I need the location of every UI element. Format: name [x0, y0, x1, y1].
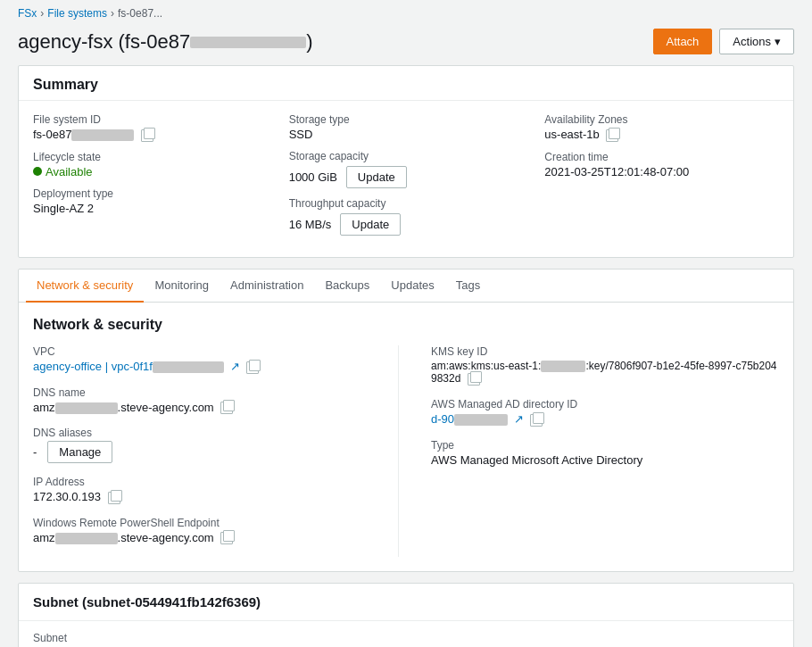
- page-header: agency-fsx (fs-0e87 ) Attach Actions ▾: [0, 23, 812, 65]
- winep-blurred: [55, 533, 118, 544]
- deployment-type-field: Deployment type Single-AZ 2: [33, 187, 268, 215]
- subnet-card: Subnet (subnet-0544941fb142f6369) Subnet…: [18, 583, 794, 647]
- main-tabs-card: Network & security Monitoring Administra…: [18, 269, 794, 572]
- vpc-blurred: [153, 361, 224, 373]
- ip-address-field: IP Address 172.30.0.193: [33, 476, 380, 504]
- az-value: us-east-1b: [544, 128, 779, 142]
- throughput-update-button[interactable]: Update: [340, 213, 401, 236]
- ip-copy-icon[interactable]: [108, 492, 120, 504]
- tab-updates[interactable]: Updates: [380, 270, 444, 303]
- kms-copy-icon[interactable]: [468, 373, 480, 386]
- windows-endpoint-value: amz .steve-agency.com: [33, 531, 380, 545]
- creation-time-field: Creation time 2021-03-25T12:01:48-07:00: [544, 151, 779, 178]
- ip-address-value: 172.30.0.193: [33, 490, 380, 504]
- managed-ad-field: AWS Managed AD directory ID d-90 ↗: [431, 398, 779, 427]
- subnet-header: Subnet (subnet-0544941fb142f6369): [19, 584, 793, 621]
- managed-ad-value: d-90 ↗: [431, 412, 779, 427]
- storage-type-field: Storage type SSD: [289, 113, 524, 141]
- dns-name-value: amz .steve-agency.com: [33, 401, 380, 415]
- az-field: Availability Zones us-east-1b: [544, 113, 779, 142]
- breadcrumb-filesystems[interactable]: File systems: [47, 7, 107, 20]
- lifecycle-value: Available: [33, 165, 268, 178]
- summary-grid: File system ID fs-0e87 Lifecycle state A…: [33, 113, 779, 245]
- breadcrumb-current: fs-0e87...: [118, 7, 162, 20]
- throughput-field: Throughput capacity 16 MB/s Update: [289, 197, 524, 236]
- kms-key-value: am:aws:kms:us-east-1: :key/7806f907-b1e2…: [431, 360, 779, 386]
- dns-aliases-field: DNS aliases - Manage: [33, 427, 380, 463]
- vpc-external-icon[interactable]: ↗: [230, 360, 240, 373]
- actions-button[interactable]: Actions ▾: [719, 29, 794, 54]
- fsid-blurred: [71, 129, 134, 141]
- kms-blurred: [541, 361, 585, 372]
- file-system-id-value: fs-0e87: [33, 128, 268, 142]
- ad-blurred: [454, 414, 508, 426]
- network-right: KMS key ID am:aws:kms:us-east-1: :key/78…: [413, 345, 779, 557]
- breadcrumb: FSx › File systems › fs-0e87...: [0, 0, 812, 23]
- storage-capacity-row: 1000 GiB Update: [289, 166, 524, 188]
- page-title: agency-fsx (fs-0e87 ): [18, 30, 313, 54]
- summary-card: Summary File system ID fs-0e87 Lifecycle…: [18, 65, 794, 258]
- vpc-copy-icon[interactable]: [246, 361, 259, 374]
- file-system-id-field: File system ID fs-0e87: [33, 113, 268, 142]
- managed-ad-link[interactable]: d-90: [431, 412, 454, 426]
- chevron-down-icon: ▾: [775, 35, 781, 48]
- subnet-body: Subnet Agency public subnet 1 | subnet-0…: [19, 621, 793, 647]
- copy-icon[interactable]: [141, 129, 153, 142]
- tab-monitoring[interactable]: Monitoring: [144, 270, 220, 303]
- title-blurred: [190, 37, 306, 48]
- throughput-row: 16 MB/s Update: [289, 213, 524, 236]
- summary-col-3: Availability Zones us-east-1b Creation t…: [544, 113, 779, 245]
- status-available: Available: [33, 165, 268, 178]
- storage-capacity-field: Storage capacity 1000 GiB Update: [289, 150, 524, 188]
- az-copy-icon[interactable]: [606, 129, 618, 142]
- tab-backups[interactable]: Backups: [314, 270, 380, 303]
- summary-body: File system ID fs-0e87 Lifecycle state A…: [19, 101, 793, 257]
- type-field: Type AWS Managed Microsoft Active Direct…: [431, 439, 779, 467]
- ad-external-icon[interactable]: ↗: [514, 412, 524, 426]
- winep-copy-icon[interactable]: [220, 532, 233, 544]
- tabs-nav: Network & security Monitoring Administra…: [19, 270, 793, 303]
- summary-col-1: File system ID fs-0e87 Lifecycle state A…: [33, 113, 268, 245]
- attach-button[interactable]: Attach: [653, 29, 713, 54]
- tab-administration[interactable]: Administration: [220, 270, 314, 303]
- summary-header: Summary: [19, 66, 793, 101]
- status-dot: [33, 167, 42, 176]
- tab-tags[interactable]: Tags: [445, 270, 491, 303]
- network-left: VPC agency-office | vpc-0f1f ↗ DNS name …: [33, 345, 399, 557]
- dns-name-field: DNS name amz .steve-agency.com: [33, 386, 380, 415]
- breadcrumb-fsx[interactable]: FSx: [18, 7, 37, 20]
- windows-endpoint-field: Windows Remote PowerShell Endpoint amz .…: [33, 517, 380, 545]
- ad-copy-icon[interactable]: [530, 414, 543, 427]
- manage-button[interactable]: Manage: [47, 441, 112, 463]
- tab-network-security[interactable]: Network & security: [26, 270, 144, 303]
- vpc-field: VPC agency-office | vpc-0f1f ↗: [33, 345, 380, 374]
- storage-update-button[interactable]: Update: [346, 166, 407, 188]
- vpc-value: agency-office | vpc-0f1f ↗: [33, 360, 380, 374]
- network-grid: VPC agency-office | vpc-0f1f ↗ DNS name …: [33, 345, 779, 557]
- kms-key-field: KMS key ID am:aws:kms:us-east-1: :key/78…: [431, 345, 779, 386]
- dns-blurred: [55, 402, 118, 414]
- tab-content-network: Network & security VPC agency-office | v…: [19, 303, 793, 571]
- dns-copy-icon[interactable]: [220, 402, 233, 414]
- page-actions: Attach Actions ▾: [653, 29, 795, 54]
- summary-col-2: Storage type SSD Storage capacity 1000 G…: [289, 113, 524, 245]
- network-section-title: Network & security: [33, 317, 779, 333]
- vpc-link[interactable]: agency-office | vpc-0f1f: [33, 360, 153, 373]
- lifecycle-field: Lifecycle state Available: [33, 151, 268, 178]
